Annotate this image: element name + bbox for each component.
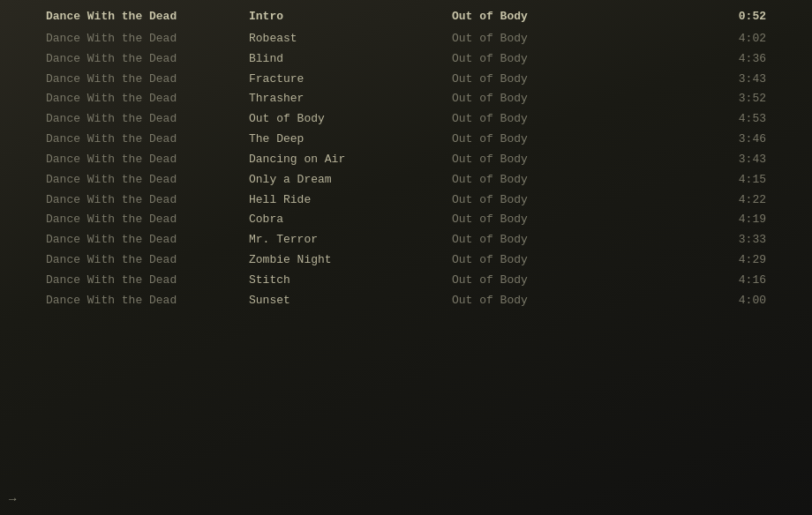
track-artist: Dance With the Dead [46, 111, 249, 128]
table-row[interactable]: Dance With the DeadCobraOut of Body4:19 [0, 210, 812, 230]
track-artist: Dance With the Dead [46, 51, 249, 68]
track-title: Out of Body [249, 111, 452, 128]
header-time: 0:52 [628, 9, 766, 26]
table-row[interactable]: Dance With the DeadHell RideOut of Body4… [0, 190, 812, 211]
track-title: The Deep [249, 131, 452, 148]
track-artist: Dance With the Dead [46, 152, 249, 168]
track-list-header: Dance With the Dead Intro Out of Body 0:… [0, 7, 812, 27]
track-title: Dancing on Air [249, 152, 452, 168]
track-duration: 4:02 [628, 31, 766, 48]
track-album: Out of Body [452, 71, 628, 88]
track-duration: 3:46 [628, 131, 766, 148]
track-artist: Dance With the Dead [46, 293, 249, 310]
track-album: Out of Body [452, 111, 628, 128]
track-artist: Dance With the Dead [46, 172, 249, 189]
track-artist: Dance With the Dead [46, 91, 249, 108]
table-row[interactable]: Dance With the DeadMr. TerrorOut of Body… [0, 230, 812, 250]
track-album: Out of Body [452, 172, 628, 189]
track-artist: Dance With the Dead [46, 71, 249, 88]
table-row[interactable]: Dance With the DeadThrasherOut of Body3:… [0, 89, 812, 109]
track-artist: Dance With the Dead [46, 212, 249, 228]
table-row[interactable]: Dance With the DeadZombie NightOut of Bo… [0, 250, 812, 271]
track-title: Fracture [249, 71, 452, 88]
track-album: Out of Body [452, 212, 628, 228]
track-title: Thrasher [249, 91, 452, 108]
track-artist: Dance With the Dead [46, 232, 249, 249]
track-artist: Dance With the Dead [46, 252, 249, 269]
track-duration: 4:19 [628, 212, 766, 228]
track-duration: 4:16 [628, 272, 766, 289]
track-title: Hell Ride [249, 192, 452, 209]
header-intro: Intro [249, 9, 452, 26]
track-album: Out of Body [452, 91, 628, 108]
track-duration: 4:53 [628, 111, 766, 128]
track-artist: Dance With the Dead [46, 272, 249, 289]
table-row[interactable]: Dance With the DeadStitchOut of Body4:16 [0, 271, 812, 291]
table-row[interactable]: Dance With the DeadRobeastOut of Body4:0… [0, 29, 812, 49]
track-duration: 4:15 [628, 172, 766, 189]
track-title: Stitch [249, 272, 452, 289]
table-row[interactable]: Dance With the DeadBlindOut of Body4:36 [0, 49, 812, 70]
table-row[interactable]: Dance With the DeadThe DeepOut of Body3:… [0, 130, 812, 150]
track-artist: Dance With the Dead [46, 31, 249, 48]
track-duration: 4:36 [628, 51, 766, 68]
track-list: Dance With the Dead Intro Out of Body 0:… [0, 0, 812, 318]
track-title: Sunset [249, 293, 452, 310]
track-duration: 4:29 [628, 252, 766, 269]
track-duration: 3:43 [628, 71, 766, 88]
track-album: Out of Body [452, 192, 628, 209]
track-title: Blind [249, 51, 452, 68]
table-row[interactable]: Dance With the DeadOut of BodyOut of Bod… [0, 109, 812, 130]
track-album: Out of Body [452, 272, 628, 289]
track-artist: Dance With the Dead [46, 131, 249, 148]
track-album: Out of Body [452, 232, 628, 249]
track-album: Out of Body [452, 152, 628, 168]
track-artist: Dance With the Dead [46, 192, 249, 209]
track-title: Cobra [249, 212, 452, 228]
track-album: Out of Body [452, 31, 628, 48]
track-duration: 3:33 [628, 232, 766, 249]
track-duration: 4:22 [628, 192, 766, 209]
track-album: Out of Body [452, 51, 628, 68]
track-title: Only a Dream [249, 172, 452, 189]
table-row[interactable]: Dance With the DeadSunsetOut of Body4:00 [0, 291, 812, 311]
track-title: Zombie Night [249, 252, 452, 269]
track-title: Robeast [249, 31, 452, 48]
table-row[interactable]: Dance With the DeadOnly a DreamOut of Bo… [0, 170, 812, 190]
arrow-icon: → [9, 492, 16, 506]
track-album: Out of Body [452, 131, 628, 148]
track-duration: 3:52 [628, 91, 766, 108]
track-album: Out of Body [452, 252, 628, 269]
header-album: Out of Body [452, 9, 628, 26]
header-artist: Dance With the Dead [46, 9, 249, 26]
track-title: Mr. Terror [249, 232, 452, 249]
table-row[interactable]: Dance With the DeadDancing on AirOut of … [0, 150, 812, 170]
track-album: Out of Body [452, 293, 628, 310]
table-row[interactable]: Dance With the DeadFractureOut of Body3:… [0, 70, 812, 90]
track-duration: 4:00 [628, 293, 766, 310]
track-duration: 3:43 [628, 152, 766, 168]
